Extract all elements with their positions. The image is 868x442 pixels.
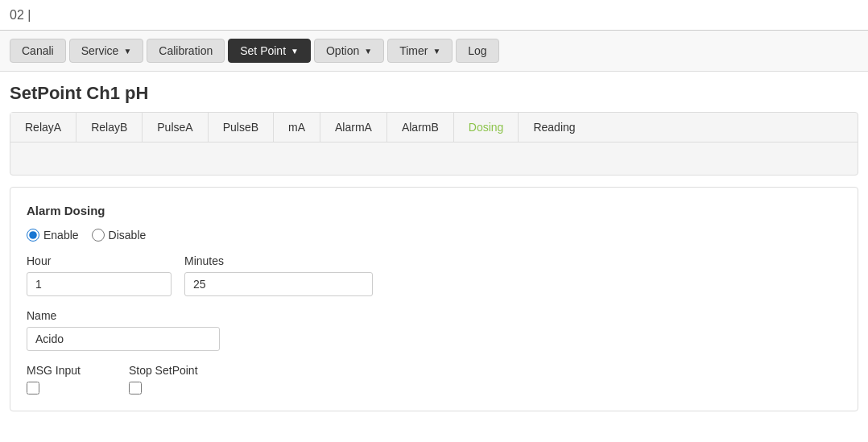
tab-pulsea[interactable]: PulseA — [143, 113, 208, 142]
tab-relayb[interactable]: RelayB — [76, 113, 143, 142]
top-bar: 02 | — [0, 0, 868, 31]
name-input[interactable] — [27, 327, 220, 351]
tab-row: RelayA RelayB PulseA PulseB mA AlarmA Al… — [10, 113, 858, 143]
msg-input-group: MSG Input — [27, 364, 81, 394]
hour-label: Hour — [27, 254, 172, 267]
timer-dropdown-icon: ▼ — [432, 47, 440, 56]
minutes-group: Minutes — [184, 254, 373, 296]
enable-radio[interactable] — [27, 229, 39, 242]
tab-container: RelayA RelayB PulseA PulseB mA AlarmA Al… — [10, 112, 858, 176]
checkbox-row: MSG Input Stop SetPoint — [27, 364, 841, 394]
setpoint-button[interactable]: Set Point ▼ — [228, 39, 311, 63]
hour-input[interactable] — [27, 272, 172, 296]
setpoint-dropdown-icon: ▼ — [291, 47, 299, 56]
log-button[interactable]: Log — [456, 39, 498, 63]
page-title: SetPoint Ch1 pH — [0, 72, 868, 112]
disable-radio-label[interactable]: Disable — [92, 229, 147, 242]
nav-bar: Canali Service ▼ Calibration Set Point ▼… — [0, 31, 868, 72]
service-button[interactable]: Service ▼ — [69, 39, 144, 63]
enable-radio-label[interactable]: Enable — [27, 229, 79, 242]
tab-pulseb[interactable]: PulseB — [209, 113, 274, 142]
name-label: Name — [27, 309, 841, 322]
hour-group: Hour — [27, 254, 172, 296]
top-bar-title: 02 | — [10, 8, 31, 23]
name-group: Name — [27, 309, 841, 351]
option-button[interactable]: Option ▼ — [314, 39, 384, 63]
tab-dosing[interactable]: Dosing — [454, 113, 519, 142]
calibration-button[interactable]: Calibration — [147, 39, 225, 63]
timer-button[interactable]: Timer ▼ — [387, 39, 453, 63]
msg-input-label: MSG Input — [27, 364, 81, 377]
radio-group: Enable Disable — [27, 229, 841, 242]
option-dropdown-icon: ▼ — [364, 47, 372, 56]
section-title: Alarm Dosing — [27, 204, 841, 217]
canali-button[interactable]: Canali — [10, 39, 66, 63]
stop-setpoint-group: Stop SetPoint — [129, 364, 198, 394]
service-dropdown-icon: ▼ — [123, 47, 131, 56]
msg-input-checkbox[interactable] — [27, 382, 39, 394]
tab-relaya[interactable]: RelayA — [10, 113, 76, 142]
stop-setpoint-label: Stop SetPoint — [129, 364, 198, 377]
disable-radio[interactable] — [92, 229, 105, 242]
tab-content — [10, 143, 858, 175]
stop-setpoint-checkbox[interactable] — [129, 382, 142, 394]
minutes-input[interactable] — [184, 272, 373, 296]
hour-minutes-row: Hour Minutes — [27, 254, 841, 296]
tab-alarma[interactable]: AlarmA — [320, 113, 387, 142]
tab-ma[interactable]: mA — [274, 113, 320, 142]
tab-alarmb[interactable]: AlarmB — [387, 113, 454, 142]
form-area: Alarm Dosing Enable Disable Hour Minutes… — [10, 187, 858, 411]
tab-reading[interactable]: Reading — [519, 113, 589, 142]
minutes-label: Minutes — [184, 254, 373, 267]
